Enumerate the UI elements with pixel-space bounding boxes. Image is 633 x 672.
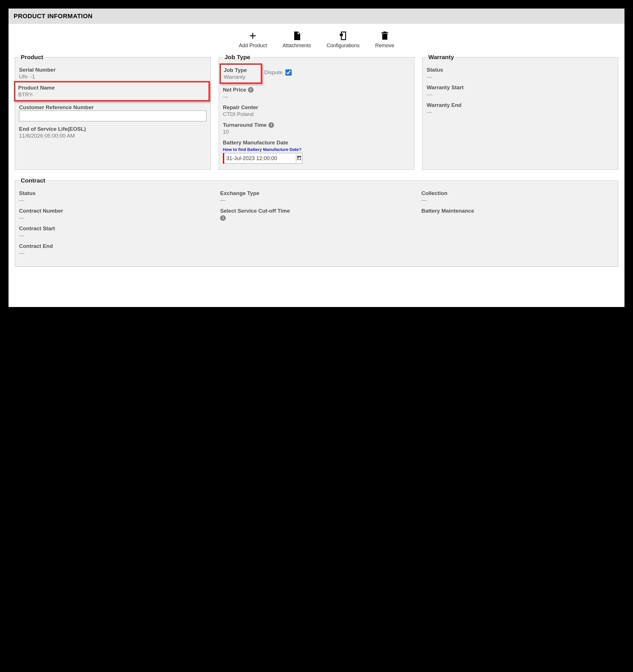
tat-value: 10 xyxy=(223,129,410,135)
dispute-label: Dispute xyxy=(264,69,283,76)
plus-icon xyxy=(248,31,258,41)
product-name-label: Product Name xyxy=(18,85,206,91)
warranty-legend: Warranty xyxy=(427,54,456,61)
document-icon xyxy=(292,31,302,41)
repair-center-value: CTDI Poland xyxy=(223,111,410,117)
exchange-type-label: Exchange Type xyxy=(220,190,413,196)
bmd-help-link[interactable]: How to find Battery Manufacture Date? xyxy=(223,147,410,152)
warranty-status-label: Status xyxy=(427,67,614,73)
info-icon[interactable]: i xyxy=(248,87,254,93)
warranty-start-value: — xyxy=(427,91,614,97)
warranty-panel: Warranty Status — Warranty Start — Warra… xyxy=(422,54,618,170)
collection-label: Collection xyxy=(422,190,614,196)
contract-number-value: — xyxy=(19,215,211,221)
warranty-status-value: — xyxy=(427,74,614,80)
jobtype-value: Warranty xyxy=(224,74,258,80)
contract-end-label: Contract End xyxy=(19,243,211,249)
contract-legend: Contract xyxy=(19,177,47,184)
eosl-value: 11/8/2026 05:00:00 AM xyxy=(19,133,206,139)
add-product-label: Add Product xyxy=(239,43,267,49)
product-name-value: BTRY- xyxy=(18,92,206,98)
info-icon[interactable]: i xyxy=(220,215,226,221)
contract-status-value: — xyxy=(19,197,211,203)
jobtype-legend: Job Type xyxy=(223,54,252,61)
serial-number-label: Serial Number xyxy=(19,67,206,73)
product-name-highlight: Product Name BTRY- xyxy=(14,81,210,101)
battery-maintenance-label: Battery Maintenance xyxy=(422,208,614,214)
contract-number-label: Contract Number xyxy=(19,208,211,214)
contract-end-value: — xyxy=(19,250,211,256)
jobtype-panel: Job Type Job Type Warranty Dispute Net P… xyxy=(219,54,414,170)
crn-label: Customer Reference Number xyxy=(19,104,206,111)
jobtype-label: Job Type xyxy=(224,67,258,73)
bmd-date-input[interactable] xyxy=(224,154,296,163)
dispute-control[interactable]: Dispute xyxy=(264,69,293,76)
eosl-label: End of Service Life(EOSL) xyxy=(19,126,206,132)
add-product-button[interactable]: Add Product xyxy=(239,31,267,49)
dispute-checkbox[interactable] xyxy=(285,69,292,76)
trash-icon xyxy=(380,31,390,41)
repair-center-label: Repair Center xyxy=(223,104,410,111)
serial-number-value: UN- -1 xyxy=(19,74,206,80)
configurations-button[interactable]: Configurations xyxy=(327,31,359,49)
contract-start-value: — xyxy=(19,232,211,239)
contract-panel: Contract Status — Contract Number — Cont… xyxy=(15,177,618,267)
configurations-label: Configurations xyxy=(327,43,359,49)
netprice-value: — xyxy=(223,94,410,100)
bmd-date-field[interactable] xyxy=(223,153,302,164)
product-legend: Product xyxy=(19,54,45,61)
gear-phone-icon xyxy=(338,31,348,41)
exchange-type-value: — xyxy=(220,197,413,203)
info-icon[interactable]: i xyxy=(268,122,274,128)
section-header: PRODUCT INFORMATION xyxy=(8,8,625,24)
remove-label: Remove xyxy=(375,43,394,49)
warranty-end-value: — xyxy=(427,109,614,115)
warranty-start-label: Warranty Start xyxy=(427,85,614,91)
cutoff-label: Select Service Cut-off Time xyxy=(220,208,413,214)
bmd-label: Battery Manufacture Date xyxy=(223,140,410,146)
netprice-label: Net Price i xyxy=(223,87,410,93)
contract-start-label: Contract Start xyxy=(19,225,211,232)
jobtype-highlight: Job Type Warranty xyxy=(220,64,262,84)
crn-input[interactable] xyxy=(19,111,206,121)
product-panel: Product Serial Number UN- -1 Product Nam… xyxy=(15,54,211,170)
calendar-icon[interactable] xyxy=(296,154,302,163)
attachments-label: Attachments xyxy=(283,43,311,49)
collection-value: — xyxy=(422,197,614,203)
toolbar: Add Product Attachments Configurations R… xyxy=(8,24,625,54)
warranty-end-label: Warranty End xyxy=(427,102,614,108)
contract-status-label: Status xyxy=(19,190,211,196)
remove-button[interactable]: Remove xyxy=(375,31,394,49)
attachments-button[interactable]: Attachments xyxy=(283,31,311,49)
tat-label: Turnaround Time i xyxy=(223,122,410,128)
